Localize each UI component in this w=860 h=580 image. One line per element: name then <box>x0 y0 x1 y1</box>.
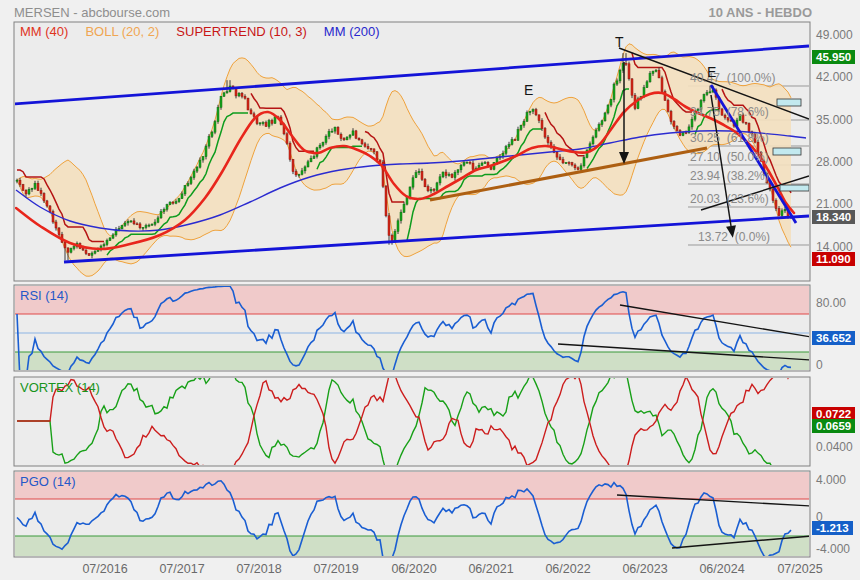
legend-boll: BOLL (20, 2) <box>85 24 159 39</box>
fibonacci-level-label: 34.75 (78.6%) <box>690 105 769 119</box>
main-axis-tick-label: 21.000 <box>816 197 853 211</box>
pgo-panel-title: PGO (14) <box>20 474 76 489</box>
elliott-letter-e: E <box>524 82 533 98</box>
legend-supertrend: SUPERTREND (10, 3) <box>176 24 307 39</box>
rsi-axis-tick-label: 80.00 <box>816 296 846 310</box>
main-value-badge: 11.090 <box>812 252 855 266</box>
vortex-panel-title: VORTEX (14) <box>20 380 100 395</box>
main-axis-tick-label: 35.000 <box>816 113 853 127</box>
date-axis-label: 06/2022 <box>545 562 590 576</box>
rsi-panel-title: RSI (14) <box>20 288 68 303</box>
timeframe-label: 10 ANS - HEBDO <box>708 5 812 20</box>
legend-mm40: MM (40) <box>20 24 68 39</box>
main-value-badge: 45.950 <box>812 50 855 64</box>
fibonacci-level-label: 27.10 (50.0%) <box>690 150 769 164</box>
date-axis-label: 06/2021 <box>468 562 513 576</box>
fibonacci-level-label: 40.47 (100.0%) <box>690 71 775 85</box>
fibonacci-level-label: 13.72 (0.0%) <box>698 230 770 244</box>
page-title: MERSEN - abcbourse.com <box>14 5 170 20</box>
main-value-badge: 18.340 <box>812 210 855 224</box>
main-axis-tick-label: 42.000 <box>816 70 853 84</box>
indicator-legend: MM (40) BOLL (20, 2) SUPERTREND (10, 3) … <box>20 24 379 39</box>
date-axis-label: 07/2016 <box>82 562 127 576</box>
fibonacci-level-label: 30.25 (61.8%) <box>690 131 769 145</box>
pgo-axis-tick-label: 4.000 <box>816 473 846 487</box>
pgo-axis-tick-label: -4.000 <box>816 542 850 556</box>
date-axis-label: 06/2023 <box>622 562 667 576</box>
main-axis-tick-label: 49.000 <box>816 28 853 42</box>
rsi-axis-tick-label: 0 <box>816 358 823 372</box>
rsi-value-badge: 36.652 <box>812 331 855 345</box>
price-chart-svg <box>0 0 860 580</box>
fibonacci-level-label: 20.03 (23.6%) <box>690 192 769 206</box>
vortex-value-badge: 0.0659 <box>812 419 855 433</box>
elliott-letter-e: E <box>707 64 716 80</box>
main-axis-tick-label: 28.000 <box>816 155 853 169</box>
elliott-letter-t: T <box>615 34 624 50</box>
legend-mm200: MM (200) <box>324 24 380 39</box>
vortex-axis-tick-label: 0.0400 <box>816 440 853 454</box>
fibonacci-level-label: 23.94 (38.2%) <box>690 169 769 183</box>
date-axis-label: 07/2018 <box>236 562 281 576</box>
date-axis-label: 07/2017 <box>159 562 204 576</box>
date-axis-label: 06/2020 <box>391 562 436 576</box>
date-axis-label: 07/2019 <box>313 562 358 576</box>
date-axis-label: 06/2024 <box>699 562 744 576</box>
stock-chart-page: MERSEN - abcbourse.com 10 ANS - HEBDO MM… <box>0 0 860 580</box>
date-axis-label: 07/2025 <box>777 562 822 576</box>
pgo-value-badge: -1.213 <box>812 521 853 535</box>
